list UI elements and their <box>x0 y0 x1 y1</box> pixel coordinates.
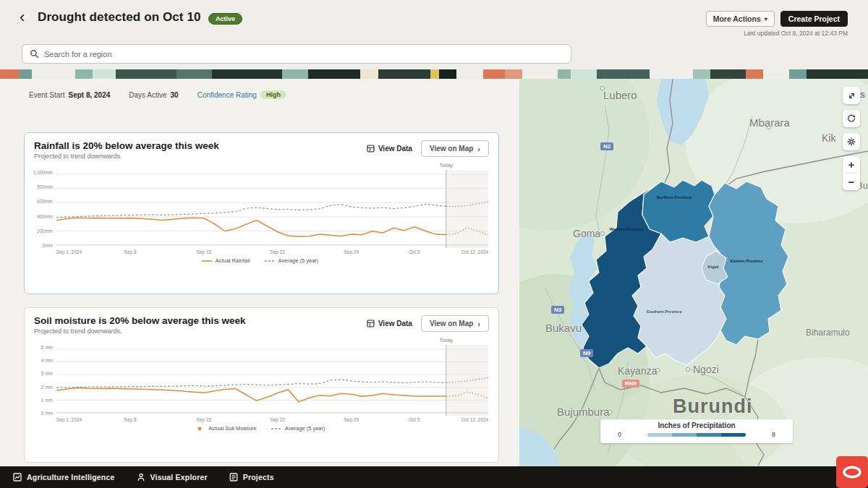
expand-map-button[interactable] <box>843 87 860 104</box>
collage-segment <box>483 69 505 79</box>
legend-marker <box>202 259 212 263</box>
event-start-meta: Event Start Sept 8, 2024 <box>29 91 110 99</box>
legend-item: Actual Soil Moisture <box>195 425 256 432</box>
collage-segment <box>212 69 282 79</box>
map-label: Mbarara <box>749 116 790 129</box>
legend-label: Average (5 year) <box>278 257 319 264</box>
collage-segment <box>763 69 789 79</box>
refresh-map-button[interactable] <box>843 110 860 127</box>
legend-item: Average (5 year) <box>265 257 319 264</box>
legend-marker <box>271 427 281 431</box>
y-tick-label: 2 mm <box>41 385 53 390</box>
x-tick-label: Oct 12, 2024 <box>461 417 488 422</box>
road-badge: N3 <box>551 306 564 314</box>
view-data-label: View Data <box>378 145 412 153</box>
confidence-rating-label: Confidence Rating <box>197 91 257 99</box>
confidence-rating-badge: High <box>260 90 286 99</box>
x-tick-label: Sep 29 <box>344 249 359 254</box>
back-button[interactable]: ‹ <box>20 9 25 25</box>
collage-segment <box>75 69 93 79</box>
event-start-value: Sept 8, 2024 <box>68 91 110 99</box>
legend-min-value: 0 <box>618 431 621 438</box>
zoom-in-button[interactable]: + <box>843 156 860 173</box>
expand-icon <box>847 91 856 100</box>
collage-segment <box>807 69 868 79</box>
collage-segment <box>650 69 693 79</box>
legend-label: Actual Soil Moisture <box>208 425 256 432</box>
view-on-map-label: View on Map <box>430 145 473 153</box>
road-badge: N9 <box>580 349 593 357</box>
collage-segment <box>789 69 807 79</box>
collage-segment <box>571 69 597 79</box>
confidence-meta: Confidence Rating High <box>197 90 286 99</box>
zoom-out-button[interactable]: − <box>843 174 860 190</box>
view-data-label: View Data <box>378 320 412 328</box>
x-tick-label: Oct 5 <box>409 417 420 422</box>
oracle-logo <box>836 456 868 488</box>
y-axis-labels: 1,000mm800mm600mm400mm200mm0mm <box>32 170 56 248</box>
collage-segment <box>282 69 308 79</box>
search-input[interactable] <box>44 50 563 59</box>
view-data-button[interactable]: View Data <box>367 320 412 328</box>
gear-icon <box>846 137 856 147</box>
more-actions-button[interactable]: More Actions ▾ <box>706 11 775 27</box>
status-badge: Active <box>208 13 242 25</box>
province-label: Eastern Province <box>728 259 765 264</box>
collage-segment <box>456 69 482 79</box>
app-header: ‹ Drought detected on Oct 10 Active More… <box>0 0 868 42</box>
map-label: Burundi <box>673 395 752 418</box>
last-updated-text: Last updated Oct 8, 2024 at 12:43 PM <box>744 30 848 37</box>
legend-label: Actual Rainfall <box>216 257 250 264</box>
collage-segment <box>93 69 115 79</box>
view-data-button[interactable]: View Data <box>367 145 412 153</box>
map-label: Kayanza <box>618 365 657 377</box>
chart-legend: Actual RainfallAverage (5 year) <box>32 257 488 264</box>
x-tick-label: Sep 1, 2024 <box>56 417 82 422</box>
view-on-map-button[interactable]: View on Map › <box>421 140 489 157</box>
nav-label: Projects <box>243 473 274 481</box>
x-axis-labels: Sep 1, 2024Sep 8Sep 15Sep 22Sep 29Oct 5O… <box>56 416 488 424</box>
x-tick-label: Sep 1, 2024 <box>56 249 82 254</box>
city-marker <box>600 231 605 236</box>
map[interactable]: LuberoMbararaKikasBuGomaBukavuKayanzaNgo… <box>519 79 868 466</box>
collage-segment <box>360 69 378 79</box>
legend-max-value: 8 <box>772 431 775 438</box>
collage-segment <box>430 69 439 79</box>
legend-marker <box>195 427 205 431</box>
x-tick-label: Sep 22 <box>270 417 285 422</box>
nav-visual-explorer[interactable]: Visual Explorer <box>137 473 208 481</box>
create-project-button[interactable]: Create Project <box>780 11 848 27</box>
collage-segment <box>378 69 431 79</box>
nav-label: Agriculture Intelligence <box>27 473 115 481</box>
province-label: Kigali <box>694 265 732 270</box>
rainfall-card-title: Rainfall is 20% below average this week <box>34 140 367 151</box>
search-icon <box>30 49 39 59</box>
map-label: Goma <box>573 228 600 239</box>
days-active-meta: Days Active 30 <box>129 91 178 99</box>
view-on-map-button[interactable]: View on Map › <box>421 315 489 332</box>
y-tick-label: 1,000mm <box>33 170 53 175</box>
view-on-map-label: View on Map <box>430 320 473 328</box>
province-label: Western Province <box>608 227 645 232</box>
page-title: Drought detected on Oct 10 <box>38 10 201 25</box>
collage-segment <box>522 69 557 79</box>
legend-item: Actual Rainfall <box>202 257 250 264</box>
collage-segment <box>0 69 20 79</box>
legend-title: Inches of Precipitation <box>608 421 786 429</box>
map-label: Bujumbura <box>557 406 610 418</box>
nav-projects[interactable]: Projects <box>229 473 274 481</box>
map-label: Kik <box>822 132 835 144</box>
collage-segment <box>746 69 763 79</box>
event-start-label: Event Start <box>29 91 64 99</box>
collage-segment <box>308 69 361 79</box>
nav-label: Visual Explorer <box>150 473 208 481</box>
rainfall-card: Rainfall is 20% below average this week … <box>24 132 499 294</box>
map-label: Lubero <box>603 89 637 101</box>
nav-agriculture-intelligence[interactable]: Agriculture Intelligence <box>13 473 115 481</box>
x-tick-label: Sep 8 <box>124 249 137 254</box>
road-badge: N2 <box>600 142 613 150</box>
event-meta-row: Event Start Sept 8, 2024 Days Active 30 … <box>29 90 286 99</box>
x-tick-label: Sep 29 <box>344 417 359 422</box>
zoom-control: + − <box>843 156 860 190</box>
layers-settings-button[interactable] <box>843 133 860 150</box>
